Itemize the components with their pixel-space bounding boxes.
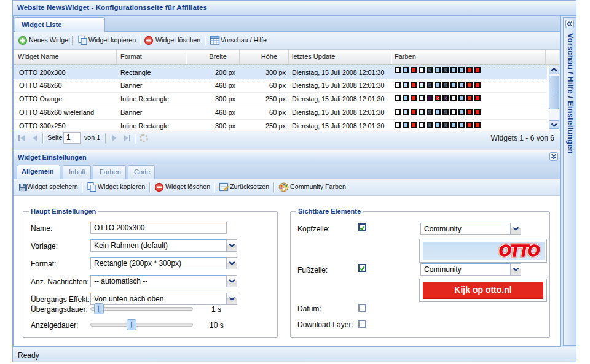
svg-text:OTTO: OTTO <box>499 242 540 259</box>
